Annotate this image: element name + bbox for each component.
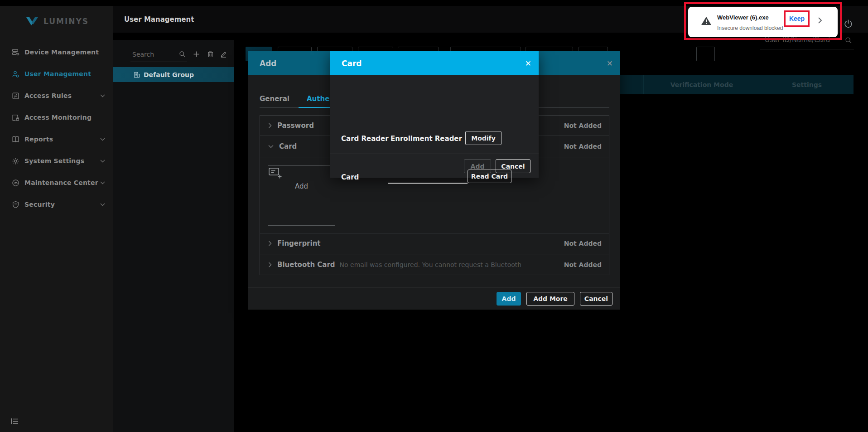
accordion-label: Password: [277, 121, 314, 130]
accordion-bluetooth-card[interactable]: Bluetooth Card No email was configured. …: [260, 254, 609, 275]
sidebar-item-device-management[interactable]: Device Management: [0, 41, 113, 63]
sidebar-item-label: Security: [24, 201, 55, 208]
chevron-right-icon: [268, 123, 272, 128]
sidebar-item-label: Access Rules: [24, 92, 72, 99]
accordion-label: Bluetooth Card: [277, 261, 335, 269]
download-filename: WebViewer (6).exe: [717, 14, 769, 21]
reports-icon: [12, 136, 19, 143]
sidebar-item-label: System Settings: [24, 157, 84, 165]
status-badge: Not Added: [564, 240, 602, 247]
card-plus-icon: [268, 166, 335, 180]
sidebar-nav: Device Management User Management Access…: [0, 41, 113, 215]
brand-name: LUMINYS: [43, 17, 89, 26]
chevron-right-icon: [268, 241, 272, 246]
chevron-down-icon: [100, 181, 105, 184]
sidebar-item-access-rules[interactable]: Access Rules: [0, 85, 113, 107]
group-search-input[interactable]: Search: [132, 51, 154, 58]
chevron-down-icon: [100, 203, 105, 206]
bluetooth-note: No email was configured. You cannot requ…: [340, 261, 521, 268]
sidebar-item-reports[interactable]: Reports: [0, 128, 113, 150]
sidebar-item-label: User Management: [24, 70, 91, 78]
add-card-tile-label: Add: [268, 182, 335, 190]
sidebar: LUMINYS Device Management User Managemen…: [0, 6, 113, 432]
user-icon: [12, 70, 19, 78]
shield-icon: [12, 201, 19, 209]
chevron-right-icon: [268, 262, 272, 267]
gear-icon: [12, 157, 19, 165]
brand-logo: LUMINYS: [0, 6, 113, 35]
card-reader-label: Card Reader: [341, 135, 389, 143]
sidebar-footer: [0, 410, 113, 432]
page-title: User Management: [124, 15, 194, 24]
cancel-button[interactable]: Cancel: [580, 292, 612, 306]
group-name: Default Group: [144, 71, 194, 78]
chevron-right-icon[interactable]: [818, 17, 822, 24]
card-modal-title: Card: [342, 59, 362, 68]
chevron-down-icon: [100, 160, 105, 163]
chevron-down-icon: [268, 145, 274, 148]
chevron-down-icon: [100, 94, 105, 97]
access-monitoring-icon: [12, 114, 19, 121]
app-root: LUMINYS Device Management User Managemen…: [0, 0, 868, 432]
gauge-icon: [12, 179, 19, 187]
status-badge: Not Added: [564, 143, 602, 150]
sidebar-item-access-monitoring[interactable]: Access Monitoring: [0, 107, 113, 128]
add-modal-footer: Add Add More Cancel: [248, 287, 620, 287]
power-icon[interactable]: [844, 19, 853, 29]
card-add-button[interactable]: Add: [464, 159, 491, 173]
accordion-fingerprint[interactable]: Fingerprint Not Added: [260, 233, 609, 254]
group-search-underline: [130, 62, 187, 62]
chevron-down-icon: [100, 138, 105, 141]
accordion-label: Fingerprint: [277, 239, 321, 248]
edit-group-icon[interactable]: [220, 51, 227, 58]
add-group-icon[interactable]: [193, 51, 200, 58]
keep-button[interactable]: Keep: [789, 15, 805, 22]
modify-button[interactable]: Modify: [465, 131, 502, 145]
keep-button-annotation: Keep: [784, 10, 810, 27]
devices-icon: [12, 49, 19, 56]
download-status-text: Insecure download blocked: [717, 25, 783, 31]
tab-general[interactable]: General: [260, 95, 289, 103]
add-card-tile[interactable]: Add: [268, 165, 335, 226]
sidebar-item-maintenance-center[interactable]: Maintenance Center: [0, 172, 113, 194]
sidebar-item-security[interactable]: Security: [0, 194, 113, 215]
download-warning-annotation: WebViewer (6).exe Insecure download bloc…: [684, 2, 842, 40]
status-badge: Not Added: [564, 122, 602, 129]
collapse-sidebar-icon[interactable]: [11, 418, 19, 425]
search-icon[interactable]: [179, 51, 186, 58]
sidebar-item-label: Maintenance Center: [24, 179, 98, 186]
close-icon[interactable]: ✕: [607, 59, 613, 68]
sidebar-item-label: Access Monitoring: [24, 114, 92, 121]
card-reader-value: Enrollment Reader: [391, 135, 462, 143]
group-panel: Search Default Group: [113, 40, 234, 432]
card-number-label: Card: [341, 173, 359, 181]
group-item-default[interactable]: Default Group: [113, 67, 234, 82]
sidebar-item-user-management[interactable]: User Management: [0, 63, 113, 85]
delete-group-icon[interactable]: [207, 51, 214, 58]
sidebar-item-system-settings[interactable]: System Settings: [0, 150, 113, 172]
close-icon[interactable]: ✕: [525, 59, 531, 68]
accordion-label: Card: [279, 142, 297, 150]
warning-icon: [701, 16, 712, 26]
card-cancel-button[interactable]: Cancel: [496, 159, 530, 173]
add-button[interactable]: Add: [497, 292, 521, 306]
sidebar-item-label: Device Management: [24, 49, 99, 56]
download-notification: WebViewer (6).exe Insecure download bloc…: [688, 7, 838, 37]
luminys-logo-icon: [25, 16, 39, 27]
card-modal-header: Card ✕: [330, 51, 539, 75]
sidebar-item-label: Reports: [24, 136, 53, 143]
add-modal-title: Add: [260, 59, 277, 68]
status-badge: Not Added: [564, 261, 602, 268]
add-more-button[interactable]: Add More: [526, 292, 574, 306]
card-modal-footer-divider: [330, 154, 539, 154]
access-rules-icon: [12, 92, 19, 100]
card-modal: Card ✕ Card Reader Enrollment Reader Mod…: [330, 51, 539, 178]
group-search-row: Search: [113, 40, 234, 66]
card-number-input[interactable]: [388, 170, 468, 184]
building-icon: [134, 72, 140, 78]
